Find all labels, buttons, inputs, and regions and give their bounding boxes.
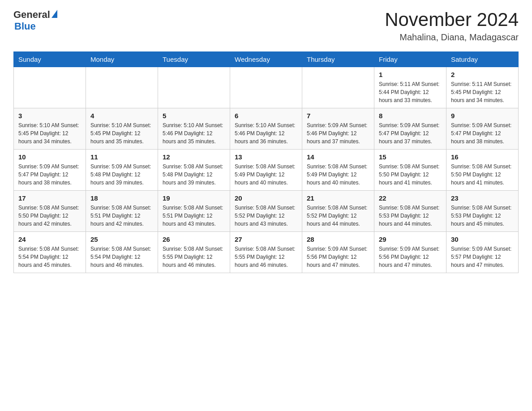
day-info: Sunrise: 5:08 AM Sunset: 5:54 PM Dayligh… [90,245,153,269]
calendar-cell: 21Sunrise: 5:08 AM Sunset: 5:52 PM Dayli… [302,191,374,232]
day-info: Sunrise: 5:10 AM Sunset: 5:45 PM Dayligh… [18,121,81,146]
week-row-4: 17Sunrise: 5:08 AM Sunset: 5:50 PM Dayli… [14,191,519,232]
header-row: SundayMondayTuesdayWednesdayThursdayFrid… [14,52,519,67]
day-info: Sunrise: 5:08 AM Sunset: 5:53 PM Dayligh… [379,204,442,228]
day-info: Sunrise: 5:08 AM Sunset: 5:54 PM Dayligh… [18,245,81,269]
day-header-thursday: Thursday [302,52,374,67]
calendar-cell: 13Sunrise: 5:08 AM Sunset: 5:49 PM Dayli… [230,150,302,191]
day-number: 17 [18,194,81,202]
day-info: Sunrise: 5:10 AM Sunset: 5:46 PM Dayligh… [163,121,225,146]
day-info: Sunrise: 5:08 AM Sunset: 5:49 PM Dayligh… [235,163,297,187]
day-header-monday: Monday [86,52,158,67]
week-row-5: 24Sunrise: 5:08 AM Sunset: 5:54 PM Dayli… [14,232,519,273]
calendar-cell: 12Sunrise: 5:08 AM Sunset: 5:48 PM Dayli… [158,150,230,191]
day-number: 9 [451,112,514,120]
day-header-sunday: Sunday [14,52,86,67]
calendar-subtitle: Mahalina, Diana, Madagascar [385,32,519,43]
calendar-cell: 5Sunrise: 5:10 AM Sunset: 5:46 PM Daylig… [158,108,230,150]
calendar-cell [14,67,86,108]
calendar-cell: 2Sunrise: 5:11 AM Sunset: 5:45 PM Daylig… [446,67,519,108]
day-info: Sunrise: 5:09 AM Sunset: 5:46 PM Dayligh… [307,121,369,146]
logo-blue-text: Blue [14,21,36,32]
day-number: 2 [451,71,514,78]
calendar-table: SundayMondayTuesdayWednesdayThursdayFrid… [13,51,519,273]
calendar-cell: 16Sunrise: 5:08 AM Sunset: 5:50 PM Dayli… [446,150,519,191]
day-number: 23 [451,194,514,202]
day-info: Sunrise: 5:09 AM Sunset: 5:48 PM Dayligh… [90,163,153,187]
day-number: 11 [90,153,153,161]
day-info: Sunrise: 5:10 AM Sunset: 5:46 PM Dayligh… [235,121,297,146]
day-number: 13 [235,153,297,161]
calendar-cell: 6Sunrise: 5:10 AM Sunset: 5:46 PM Daylig… [230,108,302,150]
logo: General Blue [13,9,57,32]
day-info: Sunrise: 5:09 AM Sunset: 5:47 PM Dayligh… [451,121,514,146]
calendar-cell: 29Sunrise: 5:09 AM Sunset: 5:56 PM Dayli… [374,232,446,273]
day-number: 25 [90,235,153,243]
calendar-cell: 27Sunrise: 5:08 AM Sunset: 5:55 PM Dayli… [230,232,302,273]
day-info: Sunrise: 5:10 AM Sunset: 5:45 PM Dayligh… [90,121,153,146]
day-info: Sunrise: 5:09 AM Sunset: 5:56 PM Dayligh… [307,245,369,269]
day-info: Sunrise: 5:11 AM Sunset: 5:45 PM Dayligh… [451,80,514,104]
day-info: Sunrise: 5:08 AM Sunset: 5:55 PM Dayligh… [235,245,297,269]
title-block: November 2024 Mahalina, Diana, Madagasca… [385,9,519,43]
day-number: 6 [235,112,297,120]
day-number: 28 [307,235,369,243]
day-number: 30 [451,235,514,243]
day-info: Sunrise: 5:08 AM Sunset: 5:52 PM Dayligh… [235,204,297,228]
calendar-cell [86,67,158,108]
calendar-cell: 23Sunrise: 5:08 AM Sunset: 5:53 PM Dayli… [446,191,519,232]
calendar-cell: 7Sunrise: 5:09 AM Sunset: 5:46 PM Daylig… [302,108,374,150]
day-info: Sunrise: 5:08 AM Sunset: 5:48 PM Dayligh… [163,163,225,187]
day-number: 22 [379,194,442,202]
calendar-cell: 1Sunrise: 5:11 AM Sunset: 5:44 PM Daylig… [374,67,446,108]
calendar-cell: 19Sunrise: 5:08 AM Sunset: 5:51 PM Dayli… [158,191,230,232]
day-info: Sunrise: 5:08 AM Sunset: 5:52 PM Dayligh… [307,204,369,228]
day-number: 4 [90,112,153,120]
day-number: 7 [307,112,369,120]
day-number: 21 [307,194,369,202]
calendar-cell: 28Sunrise: 5:09 AM Sunset: 5:56 PM Dayli… [302,232,374,273]
week-row-1: 1Sunrise: 5:11 AM Sunset: 5:44 PM Daylig… [14,67,519,108]
calendar-cell: 10Sunrise: 5:09 AM Sunset: 5:47 PM Dayli… [14,150,86,191]
calendar-title: November 2024 [385,9,519,30]
calendar-cell: 8Sunrise: 5:09 AM Sunset: 5:47 PM Daylig… [374,108,446,150]
day-number: 10 [18,153,81,161]
day-number: 29 [379,235,442,243]
day-number: 14 [307,153,369,161]
calendar-cell: 26Sunrise: 5:08 AM Sunset: 5:55 PM Dayli… [158,232,230,273]
day-number: 12 [163,153,225,161]
day-info: Sunrise: 5:11 AM Sunset: 5:44 PM Dayligh… [379,80,442,104]
day-number: 15 [379,153,442,161]
day-number: 24 [18,235,81,243]
day-info: Sunrise: 5:08 AM Sunset: 5:51 PM Dayligh… [163,204,225,228]
day-number: 1 [379,71,442,78]
day-info: Sunrise: 5:08 AM Sunset: 5:49 PM Dayligh… [307,163,369,187]
calendar-cell: 4Sunrise: 5:10 AM Sunset: 5:45 PM Daylig… [86,108,158,150]
calendar-cell: 3Sunrise: 5:10 AM Sunset: 5:45 PM Daylig… [14,108,86,150]
calendar-cell: 18Sunrise: 5:08 AM Sunset: 5:51 PM Dayli… [86,191,158,232]
day-info: Sunrise: 5:09 AM Sunset: 5:47 PM Dayligh… [18,163,81,187]
day-number: 18 [90,194,153,202]
day-number: 8 [379,112,442,120]
calendar-cell: 20Sunrise: 5:08 AM Sunset: 5:52 PM Dayli… [230,191,302,232]
day-info: Sunrise: 5:08 AM Sunset: 5:55 PM Dayligh… [163,245,225,269]
calendar-cell: 14Sunrise: 5:08 AM Sunset: 5:49 PM Dayli… [302,150,374,191]
day-header-wednesday: Wednesday [230,52,302,67]
day-info: Sunrise: 5:08 AM Sunset: 5:50 PM Dayligh… [451,163,514,187]
day-info: Sunrise: 5:08 AM Sunset: 5:50 PM Dayligh… [379,163,442,187]
calendar-cell: 25Sunrise: 5:08 AM Sunset: 5:54 PM Dayli… [86,232,158,273]
calendar-cell: 9Sunrise: 5:09 AM Sunset: 5:47 PM Daylig… [446,108,519,150]
day-number: 5 [163,112,225,120]
calendar-cell [230,67,302,108]
logo-general-text: General [13,9,50,21]
day-header-saturday: Saturday [446,52,519,67]
calendar-cell: 22Sunrise: 5:08 AM Sunset: 5:53 PM Dayli… [374,191,446,232]
calendar-cell: 15Sunrise: 5:08 AM Sunset: 5:50 PM Dayli… [374,150,446,191]
calendar-cell [158,67,230,108]
week-row-2: 3Sunrise: 5:10 AM Sunset: 5:45 PM Daylig… [14,108,519,150]
day-number: 20 [235,194,297,202]
day-header-friday: Friday [374,52,446,67]
calendar-cell: 17Sunrise: 5:08 AM Sunset: 5:50 PM Dayli… [14,191,86,232]
day-info: Sunrise: 5:09 AM Sunset: 5:57 PM Dayligh… [451,245,514,269]
day-number: 27 [235,235,297,243]
